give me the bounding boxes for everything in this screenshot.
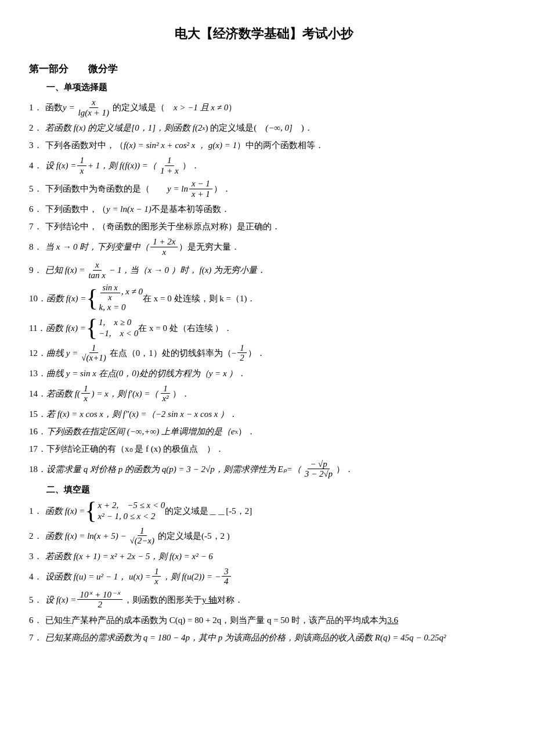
mc-q12: 12． 曲线 y = 1√(x+1) 在点（0，1）处的切线斜率为（− 12 ）… xyxy=(29,343,499,363)
q-num: 9． xyxy=(29,263,45,277)
answer: y 轴 xyxy=(202,593,217,607)
text: 曲线 y = xyxy=(46,346,78,360)
fraction: x − 1x + 1 xyxy=(189,179,212,199)
fraction: 1 + 2xx xyxy=(150,237,178,257)
q-num: 11． xyxy=(29,321,46,335)
text: ）． xyxy=(238,424,255,438)
fraction: x lg(x + 1) xyxy=(76,98,111,117)
text: ，则 f(u(2)) = − xyxy=(162,570,221,584)
text: 已知某商品的需求函数为 q = 180 − 4p，其中 p 为该商品的价格，则该… xyxy=(45,631,446,645)
text: 下列函数中，（ xyxy=(45,202,106,216)
q-num: 3． xyxy=(29,549,45,563)
q-num: 1． xyxy=(29,100,45,114)
text: 函数 f(x) = ln(x + 5) − xyxy=(45,529,127,543)
text: ）． xyxy=(214,182,231,196)
text: ) = x，则 f′(x) =（ xyxy=(91,387,158,401)
text: ）． xyxy=(172,387,190,401)
mc-q7: 7． 下列结论中，（奇函数的图形关于坐标原点对称）是正确的． xyxy=(29,219,499,233)
text: 下列结论正确的有（x₀ 是 f (x) 的极值点 ）． xyxy=(46,442,224,456)
fraction: 11 + x xyxy=(158,156,181,175)
q-num: 17． xyxy=(29,442,46,456)
text: 函数 f(x) = xyxy=(45,504,85,518)
answer: 3.6 xyxy=(387,613,398,627)
fraction: 1√(2−x) xyxy=(128,526,157,546)
text: 下列函数在指定区间 (−∞,+∞) 上单调增加的是（e xyxy=(46,424,235,438)
q-num: 18． xyxy=(29,462,46,476)
text: 函数 f(x) = xyxy=(46,321,85,335)
q-num: 4． xyxy=(29,159,45,172)
q-num: 13． xyxy=(29,366,46,380)
q-num: 15． xyxy=(29,407,46,421)
fb-q2: 2． 函数 f(x) = ln(x + 5) − 1√(2−x) 的定义域是 (… xyxy=(29,526,499,546)
text: ）中的两个函数相等． xyxy=(237,138,324,152)
q-num: 4． xyxy=(29,570,45,584)
mc-q1: 1． 函数 y = x lg(x + 1) 的定义域是（ x > −1 且 x … xyxy=(29,98,499,117)
text: 函数 xyxy=(45,100,63,114)
mc-q13: 13． 曲线 y = sin x 在点(0，0)处的切线方程为（y = x ）． xyxy=(29,366,499,380)
q-num: 10． xyxy=(29,291,46,305)
fraction: xtan x xyxy=(86,260,108,280)
q-num: 12． xyxy=(29,346,46,360)
mc-q6: 6． 下列函数中，（ y = ln(x − 1) 不是基本初等函数． xyxy=(29,202,499,216)
text: 对称． xyxy=(217,593,243,607)
q-num: 6． xyxy=(29,202,45,216)
answer: (−∞, 0] xyxy=(265,121,293,135)
text: 不是基本初等函数． xyxy=(151,202,230,216)
text: ）． xyxy=(336,462,353,476)
piecewise: { sin xx, x ≠ 0 k, x = 0 xyxy=(86,283,143,313)
mc-q14: 14． 若函数 f( 1x ) = x，则 f′(x) =（ 1x² ）． xyxy=(29,384,499,404)
text: 在 x = 0 处连续，则 k =（1)． xyxy=(143,291,255,305)
text: ）是无穷大量． xyxy=(179,240,240,254)
text: 的定义域是 xyxy=(158,529,201,543)
text: 下列函数中为奇函数的是（ xyxy=(45,182,167,196)
q-num: 14． xyxy=(29,387,46,401)
expr: y = ln xyxy=(167,182,188,196)
mc-q10: 10． 函数 f(x) = { sin xx, x ≠ 0 k, x = 0 在… xyxy=(29,283,499,313)
text: 设 f(x) = xyxy=(45,159,76,172)
fraction: 1x xyxy=(77,156,86,175)
piecewise: { x + 2, −5 ≤ x < 0 x² − 1, 0 ≤ x < 2 xyxy=(85,500,165,523)
piecewise: { 1, x ≥ 0 −1, x < 0 xyxy=(86,317,138,340)
part1-heading: 第一部分 微分学 xyxy=(29,61,499,77)
fraction: 1√(x+1) xyxy=(79,343,109,363)
text: 在 x = 0 处（右连续 ）． xyxy=(138,321,232,335)
text: 若 f(x) = x cos x，则 f″(x) =（−2 sin x − x … xyxy=(46,407,237,421)
text: ）． xyxy=(248,346,265,360)
text: 设 f(x) = xyxy=(45,593,76,607)
text: 若函数 f( xyxy=(46,387,80,401)
fraction: 1x² xyxy=(160,384,171,404)
text: 的定义域是（ xyxy=(113,100,174,114)
q-num: 7． xyxy=(29,631,45,645)
page-title: 电大【经济数学基础】考试小抄 xyxy=(29,23,499,44)
mc-q17: 17． 下列结论正确的有（x₀ 是 f (x) 的极值点 ）． xyxy=(29,442,499,456)
mc-q9: 9． 已知 f(x) = xtan x − 1，当（x → 0 ）时， f(x)… xyxy=(29,260,499,280)
mc-q8: 8． 当 x → 0 时，下列变量中（ 1 + 2xx ）是无穷大量． xyxy=(29,237,499,257)
fb-q6: 6． 已知生产某种产品的成本函数为 C(q) = 80 + 2q，则当产量 q … xyxy=(29,613,499,627)
text: 的定义域是＿＿ xyxy=(165,504,226,518)
fraction: − √p3 − 2√p xyxy=(302,459,335,479)
text: 当 x → 0 时，下列变量中（ xyxy=(45,240,149,254)
text: 下列各函数对中，（ xyxy=(45,138,124,152)
q-num: 16． xyxy=(29,424,46,438)
text: 设函数 f(u) = u² − 1， u(x) = xyxy=(45,570,151,584)
text: 已知 f(x) = xyxy=(45,263,85,277)
fraction: 10ˣ + 10⁻ˣ2 xyxy=(77,590,122,610)
mc-q16: 16． 下列函数在指定区间 (−∞,+∞) 上单调增加的是（e x ）． xyxy=(29,424,499,438)
text: 曲线 y = sin x 在点(0，0)处的切线方程为（y = x ）． xyxy=(46,366,246,380)
mc-q18: 18． 设需求量 q 对价格 p 的函数为 q(p) = 3 − 2√p，则需求… xyxy=(29,459,499,479)
mc-q3: 3． 下列各函数对中，（ f(x) = sin² x + cos² x ， g(… xyxy=(29,138,499,152)
text: )． xyxy=(293,121,313,135)
answer: x > −1 且 x ≠ 0 xyxy=(174,100,228,114)
text: 已知生产某种产品的成本函数为 C(q) = 80 + 2q，则当产量 q = 5… xyxy=(45,613,387,627)
text: 若函数 f(x + 1) = x² + 2x − 5，则 f(x) = x² −… xyxy=(45,549,213,563)
mc-q2: 2． 若函数 f(x) 的定义域是[0，1]，则函数 f(2x ) 的定义域是(… xyxy=(29,121,499,135)
text: ）． xyxy=(182,159,200,172)
mc-heading: 一、单项选择题 xyxy=(46,80,499,94)
q-num: 3． xyxy=(29,138,45,152)
text: 若函数 f(x) 的定义域是[0，1]，则函数 f(2 xyxy=(45,121,202,135)
q-num: 1． xyxy=(29,504,45,518)
fb-heading: 二、填空题 xyxy=(46,483,499,496)
text: 设需求量 q 对价格 p 的函数为 q(p) = 3 − 2√p，则需求弹性为 … xyxy=(46,462,301,476)
mc-q11: 11． 函数 f(x) = { 1, x ≥ 0 −1, x < 0 在 x =… xyxy=(29,317,499,340)
fraction: 12 xyxy=(237,343,247,363)
